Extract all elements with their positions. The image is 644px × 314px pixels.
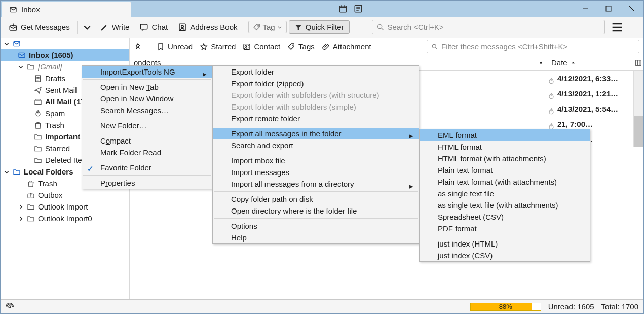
pin-filter[interactable]	[134, 43, 142, 51]
folder-type-icon	[27, 191, 35, 199]
get-messages-label: Get Messages	[21, 23, 70, 31]
menu-item[interactable]: Import messages	[213, 166, 419, 178]
menu-item[interactable]: Import all messages from a directory▸	[213, 178, 419, 190]
address-book-icon	[178, 23, 187, 32]
menu-item[interactable]: Import mbox file	[213, 155, 419, 166]
menu-item: Export folder with subfolders (simple)	[213, 101, 419, 113]
submenu-arrow-icon: ▸	[409, 182, 413, 191]
menu-search-messages[interactable]: Search Messages…	[82, 104, 212, 116]
menu-item[interactable]: just index (HTML)	[420, 238, 590, 250]
menu-item[interactable]: Help	[213, 232, 419, 243]
close-button[interactable]	[620, 1, 643, 17]
chat-button[interactable]: Chat	[135, 21, 172, 34]
scrollbar-track[interactable]	[633, 101, 643, 116]
mail-icon	[9, 6, 17, 14]
write-button[interactable]: Write	[96, 21, 134, 34]
tasks-icon[interactable]	[354, 4, 363, 13]
message-filter-input[interactable]: Filter these messages <Ctrl+Shift+K>	[427, 40, 639, 53]
menu-separator	[83, 160, 211, 160]
svg-rect-5	[141, 24, 148, 29]
menu-item[interactable]: Export all messages in the folder▸	[213, 128, 419, 139]
menu-item[interactable]: Export folder (zipped)	[213, 78, 419, 89]
get-messages-button[interactable]: Get Messages	[5, 21, 74, 34]
folder-type-icon	[27, 180, 35, 188]
svg-rect-1	[339, 6, 347, 12]
download-mail-icon	[9, 23, 18, 32]
menu-favorite-folder[interactable]: ✓Favorite Folder	[82, 162, 212, 173]
menu-item[interactable]: as single text file	[420, 188, 590, 199]
column-picker-icon	[635, 59, 642, 66]
write-label: Write	[112, 23, 130, 31]
check-icon: ✓	[87, 164, 94, 173]
sidebar-item[interactable]: Outlook Import	[1, 201, 129, 213]
scrollbar-track[interactable]	[633, 71, 643, 86]
sidebar-item-label: Starred	[45, 144, 70, 153]
menu-item[interactable]: Export folder	[213, 66, 419, 78]
chevron-down-icon	[277, 25, 282, 30]
tag-button[interactable]: Tag	[248, 21, 287, 33]
address-book-label: Address Book	[190, 23, 237, 31]
menu-item[interactable]: Plain text format	[420, 164, 590, 176]
col-date[interactable]: Date	[547, 55, 633, 70]
sidebar-item-label: Spam	[45, 109, 65, 118]
menu-open-new-tab[interactable]: Open in New Tab	[82, 81, 212, 93]
filter-attachment[interactable]: Attachment	[322, 42, 371, 51]
menu-item[interactable]: HTML format (with attachments)	[420, 153, 590, 164]
col-quickread[interactable]	[535, 55, 547, 70]
menu-item[interactable]: Plain text format (with attachments)	[420, 176, 590, 188]
menu-item[interactable]: as single text file (with attachments)	[420, 199, 590, 211]
menu-item[interactable]: EML format	[420, 129, 590, 141]
paperclip-icon	[322, 43, 330, 51]
menu-separator	[214, 126, 418, 126]
filter-contact[interactable]: Contact	[243, 42, 280, 51]
menu-new-folder[interactable]: New Folder…	[82, 120, 212, 131]
address-book-button[interactable]: Address Book	[174, 21, 241, 34]
folder-type-icon	[27, 215, 35, 223]
tab-inbox[interactable]: Inbox	[2, 2, 131, 17]
menu-open-new-window[interactable]: Open in New Window	[82, 93, 212, 104]
svg-point-17	[245, 45, 247, 47]
sidebar-item[interactable]: Inbox (1605)	[1, 49, 129, 61]
scrollbar-track[interactable]	[633, 131, 643, 147]
chevron-down-icon	[83, 23, 92, 32]
scrollbar-track[interactable]	[633, 116, 643, 131]
sidebar-item[interactable]: Outbox	[1, 189, 129, 201]
quick-filter-button[interactable]: Quick Filter	[289, 20, 350, 34]
filter-tags[interactable]: Tags	[287, 42, 315, 51]
folder-type-icon	[27, 63, 35, 71]
maximize-button[interactable]	[597, 1, 620, 17]
menu-item[interactable]: Open directory where is the folder file	[213, 205, 419, 217]
get-messages-dropdown[interactable]	[81, 21, 94, 34]
sidebar-item[interactable]: Outlook Import0	[1, 213, 129, 224]
menu-item[interactable]: Copy folder path on disk	[213, 193, 419, 205]
menu-item[interactable]: PDF format	[420, 223, 590, 234]
menu-item[interactable]: Export remote folder	[213, 113, 419, 124]
menu-properties[interactable]: Properties	[82, 177, 212, 189]
folder-type-icon	[34, 156, 42, 164]
flame-icon	[547, 92, 555, 100]
menu-import-export-tools[interactable]: ImportExportTools NG▸	[82, 66, 212, 78]
menu-compact[interactable]: Compact	[82, 135, 212, 147]
filter-unread[interactable]: Unread	[157, 42, 193, 51]
activity-icon[interactable]	[6, 303, 14, 311]
menu-item[interactable]: HTML format	[420, 141, 590, 153]
menu-item[interactable]: Search and export	[213, 139, 419, 151]
column-picker[interactable]	[633, 59, 643, 66]
menu-separator	[214, 218, 418, 219]
menu-separator	[421, 236, 589, 236]
minimize-button[interactable]	[574, 1, 597, 17]
app-menu-button[interactable]	[610, 20, 624, 34]
chevron-down-icon	[4, 41, 10, 47]
global-search-input[interactable]: Search <Ctrl+K>	[372, 20, 605, 34]
folder-type-icon	[34, 75, 42, 83]
scrollbar-track[interactable]	[633, 86, 643, 101]
menu-item: Export folder with subfolders (with stru…	[213, 89, 419, 101]
filter-starred[interactable]: Starred	[200, 42, 236, 51]
calendar-icon[interactable]	[338, 4, 348, 13]
menu-item[interactable]: Options	[213, 220, 419, 232]
menu-item[interactable]: just index (CSV)	[420, 250, 590, 261]
menu-mark-folder-read[interactable]: Mark Folder Read	[82, 147, 212, 158]
menu-item[interactable]: Spreadsheet (CSV)	[420, 211, 590, 223]
folder-type-icon	[34, 133, 42, 141]
account-row[interactable]	[1, 38, 129, 49]
